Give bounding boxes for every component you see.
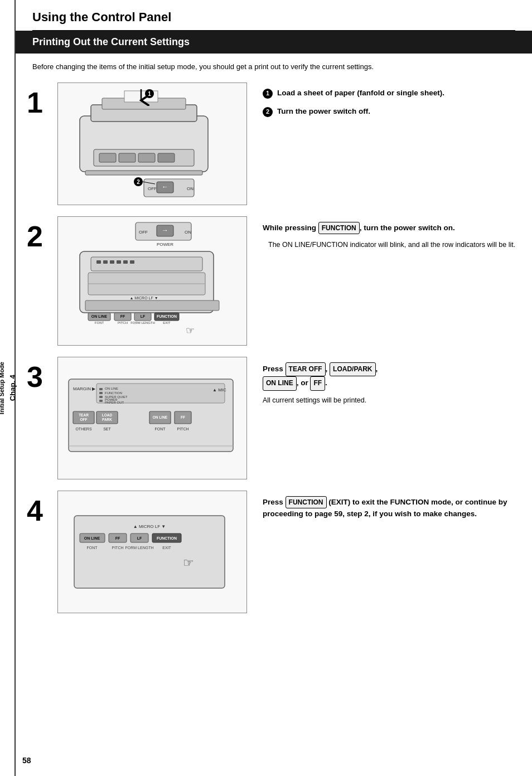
- svg-text:FUNCTION: FUNCTION: [157, 536, 177, 540]
- svg-text:FF: FF: [120, 314, 125, 318]
- step1-svg: 1 OFF ON: [63, 88, 241, 200]
- step-3-number: 3: [27, 357, 57, 391]
- svg-text:→: →: [162, 226, 168, 234]
- step-3-sub-text: All current settings will be printed.: [263, 395, 521, 406]
- svg-text:LF: LF: [141, 314, 146, 318]
- svg-text:POWER: POWER: [157, 242, 173, 247]
- svg-text:OFF: OFF: [148, 186, 157, 191]
- step-4-row: 4 ▲ MICRO LF ▼ ON LINE FF LF FUNCTION: [27, 491, 521, 613]
- step-3-row: 3 MARGIN ▶ ON LINE FUNCTION SUPER QUIET …: [27, 357, 521, 479]
- svg-rect-30: [96, 260, 101, 264]
- step3-svg: MARGIN ▶ ON LINE FUNCTION SUPER QUIET PO…: [63, 368, 241, 468]
- svg-text:ON LINE: ON LINE: [91, 314, 108, 318]
- step-2-diagram: OFF ON → POWER: [57, 216, 247, 346]
- svg-text:PAPER OUT: PAPER OUT: [105, 401, 124, 404]
- svg-text:FONT: FONT: [86, 546, 98, 550]
- loadpark-key: LOAD/PARK: [330, 362, 375, 377]
- svg-rect-9: [119, 153, 136, 162]
- svg-text:ON LINE: ON LINE: [105, 387, 118, 390]
- svg-text:1: 1: [148, 91, 151, 97]
- svg-rect-32: [110, 260, 114, 264]
- svg-text:PITCH: PITCH: [118, 321, 128, 324]
- svg-text:FONT: FONT: [154, 427, 166, 431]
- sidebar-label-mode: Initial Setup Mode: [0, 362, 5, 414]
- svg-rect-61: [99, 388, 103, 390]
- step-1-row: 1: [27, 83, 521, 205]
- step-1-diagram: 1 OFF ON: [57, 83, 247, 205]
- svg-text:PITCH: PITCH: [177, 427, 189, 431]
- circle-2: 2: [263, 107, 273, 117]
- sidebar-text: Initial Setup Mode Chap. 4: [0, 362, 17, 414]
- svg-text:FORM LENGTH: FORM LENGTH: [130, 321, 155, 324]
- step-3-instructions: Press TEAR OFF, LOAD/PARK, ON LINE, or F…: [247, 357, 521, 406]
- sidebar: Initial Setup Mode Chap. 4: [0, 0, 16, 776]
- svg-text:OFF: OFF: [139, 230, 148, 235]
- svg-text:FUNCTION: FUNCTION: [157, 314, 177, 318]
- svg-text:FF: FF: [181, 415, 185, 419]
- step-1-text-2: Turn the power switch off.: [277, 106, 370, 117]
- svg-text:ON LINE: ON LINE: [84, 536, 100, 540]
- svg-text:POWER: POWER: [157, 199, 173, 200]
- steps-container: 1: [16, 83, 532, 613]
- step-2-main-text: While pressing FUNCTION, turn the power …: [263, 222, 521, 234]
- step-2-row: 2 OFF ON → POWER: [27, 216, 521, 346]
- svg-text:FORM LENGTH: FORM LENGTH: [125, 546, 154, 550]
- svg-rect-8: [99, 153, 116, 162]
- svg-text:EXIT: EXIT: [162, 546, 171, 550]
- svg-text:ON: ON: [185, 230, 191, 235]
- svg-rect-64: [99, 400, 103, 402]
- svg-text:FF: FF: [115, 536, 120, 540]
- svg-rect-33: [117, 260, 121, 264]
- page-title-bar: Using the Control Panel: [16, 0, 532, 30]
- svg-rect-62: [99, 392, 103, 394]
- svg-text:LOAD: LOAD: [102, 413, 113, 417]
- svg-text:ON: ON: [187, 186, 194, 191]
- svg-text:FUNCTION: FUNCTION: [105, 391, 122, 395]
- svg-text:←: ←: [162, 183, 168, 191]
- svg-text:TEAR: TEAR: [79, 413, 89, 417]
- function-key-step4: FUNCTION: [286, 496, 327, 508]
- svg-text:MARGIN ▶: MARGIN ▶: [73, 386, 96, 391]
- svg-text:SET: SET: [103, 427, 111, 431]
- step-1-number: 1: [27, 83, 57, 117]
- step2-svg: OFF ON → POWER: [63, 217, 241, 345]
- svg-rect-63: [99, 396, 103, 398]
- svg-text:▲ MIC: ▲ MIC: [212, 387, 226, 392]
- step4-svg: ▲ MICRO LF ▼ ON LINE FF LF FUNCTION FONT…: [63, 505, 241, 599]
- svg-rect-10: [138, 153, 155, 162]
- svg-text:EXIT: EXIT: [163, 321, 171, 324]
- section-title: Printing Out the Current Settings: [32, 36, 190, 47]
- online-key: ON LINE: [263, 376, 297, 391]
- svg-text:▲ MICRO LF ▼: ▲ MICRO LF ▼: [129, 296, 158, 300]
- svg-text:FONT: FONT: [95, 321, 104, 324]
- svg-text:PARK: PARK: [102, 418, 112, 421]
- tearoff-key: TEAR OFF: [286, 362, 326, 377]
- ff-key: FF: [310, 376, 325, 391]
- page-title: Using the Control Panel: [32, 10, 171, 24]
- step-2-instructions: While pressing FUNCTION, turn the power …: [247, 216, 521, 250]
- step-1-instructions: 1 Load a sheet of paper (fanfold or sing…: [247, 83, 521, 125]
- section-header: Printing Out the Current Settings: [16, 31, 532, 54]
- step-1-text-1: Load a sheet of paper (fanfold or single…: [277, 88, 444, 99]
- step-4-diagram: ▲ MICRO LF ▼ ON LINE FF LF FUNCTION FONT…: [57, 491, 247, 613]
- step-1-instr-1: 1 Load a sheet of paper (fanfold or sing…: [263, 88, 521, 99]
- step-1-instr-2: 2 Turn the power switch off.: [263, 106, 521, 117]
- step-4-instructions: Press FUNCTION (EXIT) to exit the FUNCTI…: [247, 491, 521, 520]
- main-content: Using the Control Panel Printing Out the…: [16, 0, 532, 613]
- svg-text:☞: ☞: [183, 556, 194, 570]
- step-2-number: 2: [27, 216, 57, 251]
- svg-text:PITCH: PITCH: [112, 546, 124, 550]
- svg-rect-11: [158, 153, 175, 162]
- svg-rect-35: [130, 260, 134, 264]
- svg-rect-29: [91, 257, 202, 271]
- svg-text:OFF: OFF: [80, 418, 88, 421]
- svg-text:OTHERS: OTHERS: [75, 427, 92, 431]
- function-key-step2: FUNCTION: [318, 222, 360, 234]
- step-2-sub-text: The ON LINE/FUNCTION indicator will blin…: [263, 240, 521, 250]
- svg-rect-12: [85, 171, 202, 175]
- sidebar-chap: Chap. 4: [8, 375, 17, 401]
- svg-rect-34: [123, 260, 128, 264]
- step-4-text: Press FUNCTION (EXIT) to exit the FUNCTI…: [263, 496, 521, 520]
- step-4-number: 4: [27, 491, 57, 525]
- step-3-press-text: Press TEAR OFF, LOAD/PARK, ON LINE, or F…: [263, 362, 521, 391]
